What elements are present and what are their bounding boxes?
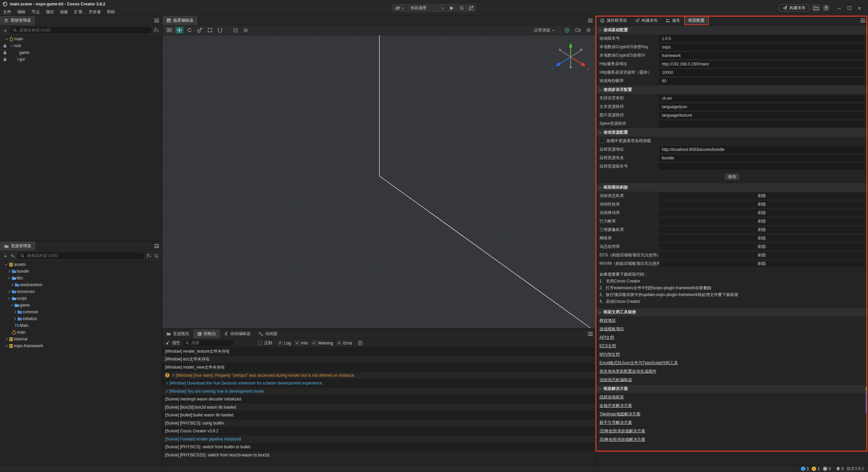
move-tool-button[interactable] (175, 27, 183, 34)
asset-node-seedrandom[interactable]: seedrandom (0, 281, 162, 288)
tab-动画编辑器[interactable]: 动画编辑器 (220, 329, 255, 338)
chevron-down-icon[interactable] (599, 310, 601, 313)
scene-menu-icon[interactable] (588, 19, 593, 22)
property-input[interactable]: framework (659, 52, 865, 59)
property-input[interactable] (659, 120, 865, 127)
property-input[interactable]: zh,en (659, 95, 865, 102)
chevron-down-icon[interactable] (7, 296, 10, 299)
chevron-down-icon[interactable] (4, 262, 7, 265)
regex-checkbox[interactable]: 正则 (258, 340, 272, 346)
chevron-down-icon[interactable] (599, 387, 601, 390)
doc-link[interactable]: Excel格式转Json文件与TypeScript代码工具 (599, 360, 678, 366)
minimize-button[interactable]: ─ (834, 4, 844, 12)
create-node-button[interactable]: + (3, 27, 8, 33)
remove-module-button[interactable]: 剔除 (659, 218, 865, 225)
log-row[interactable]: [Scene] meshopt wasm decoder initialized (162, 395, 595, 404)
status-error-counter[interactable]: ✕ 0 (823, 467, 831, 471)
property-input[interactable]: http://192.168.0.150/main/ (659, 61, 865, 67)
doc-link[interactable]: 原生包热更新配置自动生成插件 (599, 369, 656, 374)
section-header[interactable]: 框架文档工具链接 (596, 308, 868, 316)
build-publish-button[interactable]: 构建发布 (779, 4, 809, 12)
status-info-counter[interactable]: i 3 (801, 467, 809, 471)
menu-项目[interactable]: 项目 (43, 8, 57, 15)
asset-node-libs[interactable]: libs (0, 275, 162, 281)
property-input[interactable]: language/json (659, 103, 865, 110)
chevron-right-icon[interactable] (4, 338, 7, 340)
property-input[interactable]: language/texture (659, 112, 865, 119)
refresh-icon[interactable] (154, 253, 159, 258)
property-input[interactable]: oops (659, 44, 865, 51)
import-asset-icon[interactable] (10, 253, 16, 258)
play-button[interactable] (447, 4, 457, 12)
log-row[interactable]: [Scene] [PHYSICS2D]: switch from box2d-w… (162, 451, 595, 459)
chevron-right-icon[interactable] (171, 374, 174, 377)
expand-arrow[interactable] (4, 38, 8, 40)
tab-scene-editor[interactable]: 场景编辑器 (162, 16, 197, 25)
log-row[interactable]: [Scene] [box2d]:box2d wasm lib loaded. (162, 404, 595, 412)
menu-面板[interactable]: 面板 (57, 8, 71, 15)
open-project-folder-button[interactable] (812, 4, 821, 12)
tab-assets[interactable]: 资源管理器 (0, 241, 35, 251)
tab-动画图[interactable]: 动画图 (255, 329, 281, 338)
expand-arrow[interactable] (9, 45, 14, 47)
hierarchy-node-game[interactable]: game (0, 49, 162, 56)
chevron-right-icon[interactable] (7, 290, 10, 293)
hierarchy-node-main[interactable]: main (0, 36, 162, 42)
preview-qr-button[interactable] (467, 4, 476, 12)
chevron-down-icon[interactable] (599, 88, 601, 91)
log-row[interactable]: [Window] ecs文件夹存在 (162, 356, 595, 364)
chevron-right-icon[interactable] (13, 311, 16, 313)
view-mode-select[interactable]: 正常浏览 (534, 27, 554, 33)
menu-文件[interactable]: 文件 (0, 8, 14, 15)
expand-arrow[interactable] (9, 304, 14, 306)
doc-link[interactable]: 战棋游戏框架 (599, 394, 624, 400)
coordinate-toggle-button[interactable] (241, 27, 250, 34)
tab-服务[interactable]: 服务 (662, 16, 684, 25)
property-input[interactable]: 1.0.5 (659, 35, 865, 42)
chevron-right-icon[interactable] (7, 270, 10, 273)
asset-node-assets[interactable]: assets (0, 261, 162, 268)
assets-menu-icon[interactable] (154, 244, 159, 248)
filter-error-checkbox[interactable]: ✓Error (337, 341, 352, 346)
assets-search-input[interactable]: 搜索名称或 UUID (18, 252, 144, 259)
hierarchy-node-root[interactable]: root (0, 42, 162, 49)
chevron-right-icon[interactable] (165, 382, 167, 385)
hierarchy-menu-icon[interactable] (154, 19, 159, 22)
property-input[interactable]: 60 (659, 78, 865, 84)
reload-button[interactable] (457, 4, 467, 12)
remove-module-button[interactable]: 剔除 (659, 193, 865, 199)
doc-link[interactable]: 全栈开发解决方案 (599, 403, 632, 409)
chevron-down-icon[interactable] (7, 276, 10, 279)
property-input[interactable]: http://localhost:8083/assets/bundle (659, 146, 865, 153)
property-input[interactable]: bundle (659, 155, 865, 161)
create-asset-button[interactable]: + (3, 253, 8, 258)
remove-module-button[interactable]: 剔除 (659, 252, 865, 259)
lighting-toggle-button[interactable] (563, 27, 571, 34)
help-button[interactable]: ? (823, 5, 829, 11)
remove-module-button[interactable]: 剔除 (659, 201, 865, 208)
chevron-down-icon[interactable] (5, 37, 7, 40)
asset-node-script[interactable]: script (0, 295, 162, 302)
chevron-right-icon[interactable] (10, 283, 13, 286)
chevron-right-icon[interactable] (16, 58, 18, 61)
asset-node-resources[interactable]: resources (0, 288, 162, 295)
expand-arrow[interactable] (13, 318, 17, 320)
section-header[interactable]: 框架模块剔除 (596, 183, 868, 192)
asset-node-game[interactable]: game (0, 302, 162, 309)
menu-扩展[interactable]: 扩展 (71, 8, 85, 15)
section-header[interactable]: 游戏基础配置 (596, 25, 868, 34)
rotate-tool-button[interactable] (185, 27, 194, 34)
console-search-input[interactable]: 搜索 (183, 340, 234, 346)
toggle-3d-button[interactable]: 3D (165, 27, 173, 34)
rect-tool-button[interactable] (206, 27, 214, 34)
log-row[interactable]: [Window] render_texture文件夹存在 (162, 348, 595, 356)
expand-arrow[interactable] (4, 263, 8, 266)
log-file-icon[interactable] (358, 340, 363, 346)
menu-开发者[interactable]: 开发者 (85, 8, 104, 15)
remove-module-button[interactable]: 剔除 (659, 210, 865, 216)
expand-arrow[interactable] (7, 277, 11, 279)
menu-节点[interactable]: 节点 (28, 8, 43, 15)
doc-link[interactable]: MVVM文档 (599, 352, 620, 357)
log-row[interactable]: [Window] Download the Vue Devtools exten… (162, 379, 595, 388)
tab-资源预览[interactable]: 资源预览 (162, 329, 193, 338)
